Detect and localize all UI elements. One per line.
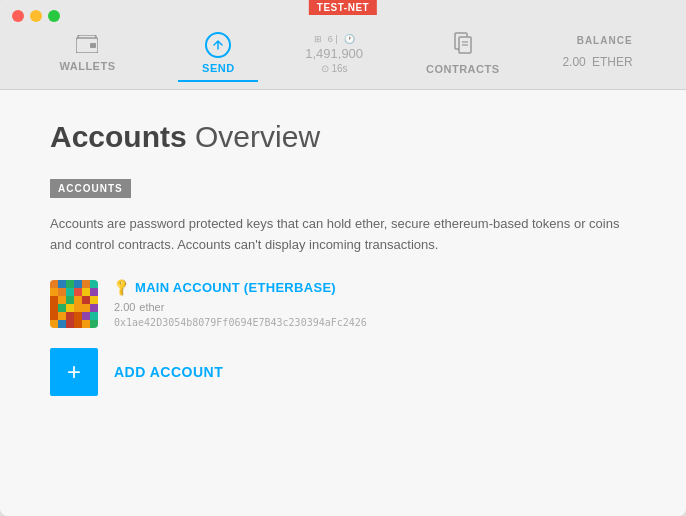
add-account-button[interactable]: +: [50, 348, 98, 396]
account-name: MAIN ACCOUNT (ETHERBASE): [135, 280, 336, 295]
block-icon: ⊞: [314, 34, 322, 44]
key-icon: 🔑: [111, 277, 132, 298]
block-time: ⊙ 16s: [321, 63, 348, 74]
testnet-badge: TEST-NET: [309, 0, 377, 15]
account-name-row: 🔑 MAIN ACCOUNT (ETHERBASE): [114, 280, 367, 295]
send-icon: [205, 32, 231, 58]
add-account-row: + ADD ACCOUNT: [50, 348, 636, 396]
page-title: Accounts Overview: [50, 120, 636, 154]
account-avatar: [50, 280, 98, 328]
network-stats: ⊞ 6 | 🕐: [314, 34, 355, 44]
nav-bar: WALLETS SEND ⊞ 6 | 🕐: [0, 18, 686, 89]
block-number: 1,491,900: [305, 46, 363, 61]
balance-label: BALANCE: [577, 35, 633, 46]
contracts-label: CONTRACTS: [426, 63, 500, 75]
traffic-lights: [0, 0, 72, 22]
balance-amount: 2.00 ETHER: [562, 46, 632, 72]
svg-rect-1: [90, 43, 96, 48]
send-label: SEND: [202, 62, 235, 74]
wallets-label: WALLETS: [59, 60, 115, 72]
account-address[interactable]: 0x1ae42D3054b8079Ff0694E7B43c230394aFc24…: [114, 317, 367, 328]
clock-icon: 🕐: [344, 34, 355, 44]
account-details: 🔑 MAIN ACCOUNT (ETHERBASE) 2.00 ether 0x…: [114, 280, 367, 328]
section-header: ACCOUNTS: [50, 179, 131, 198]
clock-small-icon: ⊙: [321, 63, 329, 74]
account-balance: 2.00 ether: [114, 298, 367, 314]
titlebar: TEST-NET WALLETS: [0, 0, 686, 90]
network-info: ⊞ 6 | 🕐 1,491,900 ⊙ 16s: [305, 34, 363, 74]
wallets-icon: [76, 35, 98, 56]
nav-item-wallets[interactable]: WALLETS: [43, 29, 131, 78]
minimize-button[interactable]: [30, 10, 42, 22]
contracts-icon: [451, 32, 475, 59]
content-area: Accounts Overview ACCOUNTS Accounts are …: [0, 90, 686, 516]
close-button[interactable]: [12, 10, 24, 22]
nav-item-contracts[interactable]: CONTRACTS: [410, 26, 516, 81]
main-window: TEST-NET WALLETS: [0, 0, 686, 516]
maximize-button[interactable]: [48, 10, 60, 22]
accounts-description: Accounts are password protected keys tha…: [50, 214, 630, 256]
balance-section: BALANCE 2.00 ETHER: [562, 35, 642, 72]
nav-item-send[interactable]: SEND: [178, 26, 258, 82]
account-item[interactable]: 🔑 MAIN ACCOUNT (ETHERBASE) 2.00 ether 0x…: [50, 280, 636, 328]
add-account-label[interactable]: ADD ACCOUNT: [114, 364, 223, 380]
